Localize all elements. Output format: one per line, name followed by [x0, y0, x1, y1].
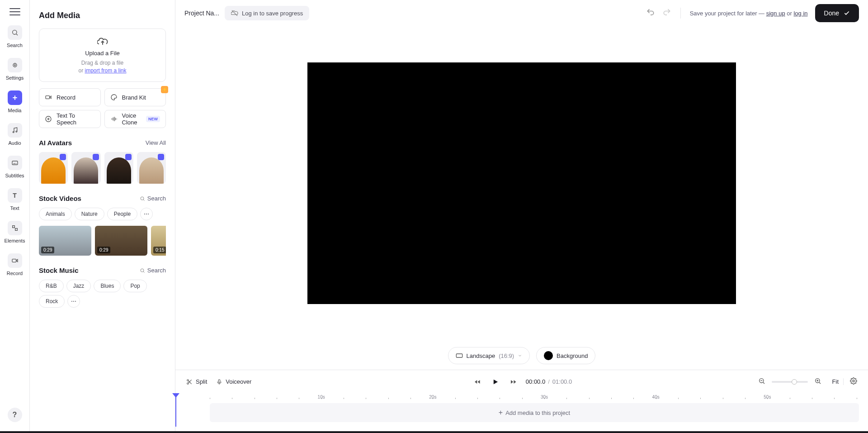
- svg-rect-13: [12, 259, 16, 262]
- play-icon: [492, 378, 499, 385]
- side-panel: Add Media Upload a File Drag & drop a fi…: [30, 0, 175, 431]
- nav-audio[interactable]: Audio: [0, 123, 29, 146]
- avatar-card[interactable]: [137, 152, 166, 184]
- zoom-slider[interactable]: [772, 381, 808, 383]
- avatar-card[interactable]: [71, 152, 100, 184]
- nav-record[interactable]: Record: [0, 253, 29, 276]
- video-canvas[interactable]: [307, 62, 736, 304]
- login-pill[interactable]: Log in to save progress: [225, 6, 309, 20]
- chip-more[interactable]: ⋯: [67, 295, 80, 308]
- playhead[interactable]: [175, 393, 176, 427]
- chip-more[interactable]: ⋯: [140, 208, 153, 220]
- nav-label: Text: [10, 205, 19, 211]
- svg-line-24: [143, 271, 144, 272]
- done-button[interactable]: Done: [815, 4, 859, 22]
- chip-pop[interactable]: Pop: [123, 280, 146, 292]
- forward-button[interactable]: [508, 376, 519, 388]
- ai-badge-icon: [60, 154, 66, 160]
- gear-icon: [850, 377, 857, 385]
- svg-point-6: [13, 132, 14, 133]
- landscape-icon: [456, 353, 463, 358]
- palette-icon: [110, 94, 118, 101]
- slider-thumb[interactable]: [792, 379, 797, 385]
- nav-elements[interactable]: Elements: [0, 221, 29, 243]
- zoom-out-button[interactable]: [758, 377, 765, 386]
- tts-button[interactable]: Text To Speech: [39, 110, 101, 128]
- aspect-ratio-button[interactable]: Landscape (16:9): [448, 347, 530, 364]
- nav-settings[interactable]: Settings: [0, 58, 29, 81]
- search-icon: [8, 25, 22, 40]
- chip-blues[interactable]: Blues: [94, 280, 121, 292]
- svg-point-23: [141, 269, 144, 272]
- search-music-link[interactable]: Search: [140, 267, 166, 274]
- avatar-card[interactable]: [39, 152, 68, 184]
- split-button[interactable]: Split: [186, 378, 207, 385]
- play-button[interactable]: [490, 376, 501, 388]
- voice-clone-button[interactable]: Voice Clone NEW: [104, 110, 166, 128]
- svg-marker-34: [477, 380, 480, 383]
- avatars-heading: AI Avatars: [39, 139, 72, 147]
- redo-button[interactable]: [662, 8, 671, 19]
- left-nav: Search Settings Media Audio Subtitles T …: [0, 0, 30, 431]
- svg-marker-36: [514, 380, 516, 383]
- search-icon: [140, 196, 145, 201]
- svg-point-27: [187, 379, 189, 381]
- zoom-in-button[interactable]: [814, 377, 821, 386]
- forward-icon: [510, 379, 517, 385]
- svg-rect-31: [219, 379, 221, 382]
- brand-kit-button[interactable]: Brand Kit ⚡: [104, 88, 166, 106]
- save-prompt: Save your project for later — sign up or…: [690, 10, 808, 17]
- nav-label: Elements: [5, 238, 25, 243]
- add-media-track[interactable]: +Add media to this project: [210, 403, 859, 422]
- nav-label: Search: [7, 43, 23, 48]
- elements-icon: [8, 221, 22, 235]
- fit-button[interactable]: Fit: [828, 378, 844, 385]
- timeline-settings-button[interactable]: [850, 377, 857, 386]
- chip-animals[interactable]: Animals: [39, 208, 72, 220]
- help-button[interactable]: ?: [8, 408, 22, 422]
- camera-icon: [45, 94, 52, 101]
- stock-videos-heading: Stock Videos: [39, 195, 81, 202]
- timeline-toolbar: Split Voiceover 00:00.0/01:00.0 Fit: [175, 370, 868, 393]
- redo-icon: [662, 8, 671, 17]
- voiceover-button[interactable]: Voiceover: [216, 378, 251, 385]
- player-area: [175, 26, 868, 340]
- nav-label: Settings: [6, 75, 24, 81]
- search-videos-link[interactable]: Search: [140, 195, 166, 202]
- nav-media[interactable]: Media: [0, 90, 29, 113]
- new-badge: NEW: [146, 116, 160, 122]
- avatar-card[interactable]: [104, 152, 133, 184]
- upload-box[interactable]: Upload a File Drag & drop a file or impo…: [39, 29, 166, 82]
- chip-rnb[interactable]: R&B: [39, 280, 64, 292]
- stock-video-card[interactable]: 0:15: [151, 226, 166, 256]
- check-icon: [844, 10, 850, 16]
- chip-jazz[interactable]: Jazz: [66, 280, 91, 292]
- record-button[interactable]: Record: [39, 88, 101, 106]
- zoom-in-icon: [814, 377, 821, 385]
- undo-button[interactable]: [646, 8, 655, 19]
- view-all-link[interactable]: View All: [146, 139, 166, 146]
- background-button[interactable]: Background: [536, 347, 595, 364]
- nav-text[interactable]: T Text: [0, 188, 29, 211]
- timeline-track-area: 10s20s30s40s50s1m +Add media to this pro…: [175, 393, 868, 431]
- settings-icon: [8, 58, 22, 72]
- import-link[interactable]: import from a link: [85, 67, 126, 74]
- svg-point-28: [187, 382, 189, 384]
- chip-nature[interactable]: Nature: [75, 208, 104, 220]
- plus-icon: [8, 90, 22, 105]
- sign-up-link[interactable]: sign up: [766, 10, 785, 17]
- speech-icon: [45, 115, 52, 123]
- svg-line-42: [819, 382, 821, 384]
- stock-video-card[interactable]: 0:29: [39, 226, 91, 256]
- timeline-ruler[interactable]: 10s20s30s40s50s1m: [210, 393, 868, 403]
- stock-video-card[interactable]: 0:29: [95, 226, 147, 256]
- subtitles-icon: [8, 156, 22, 170]
- project-name[interactable]: Project Na...: [184, 10, 219, 17]
- rewind-button[interactable]: [472, 376, 483, 388]
- nav-search[interactable]: Search: [0, 25, 29, 48]
- chip-rock[interactable]: Rock: [39, 295, 65, 308]
- chip-people[interactable]: People: [107, 208, 137, 220]
- nav-subtitles[interactable]: Subtitles: [0, 156, 29, 178]
- log-in-link[interactable]: log in: [793, 10, 807, 17]
- menu-icon[interactable]: [9, 8, 20, 15]
